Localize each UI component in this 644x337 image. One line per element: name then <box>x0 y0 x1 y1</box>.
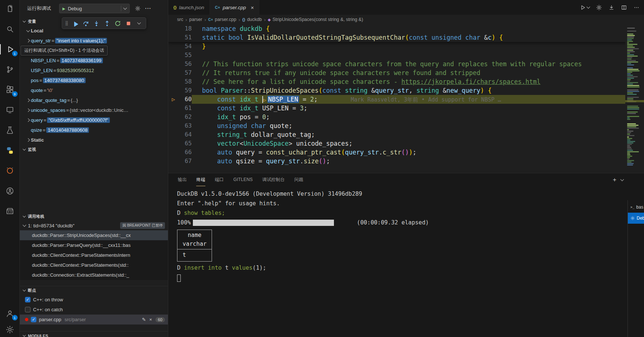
stack-frame[interactable]: duckdb::Connection::ExtractStatements(st… <box>20 270 168 280</box>
activity-explorer-icon[interactable] <box>5 4 15 14</box>
activity-extensions-icon[interactable]: 9 <box>5 85 15 95</box>
more-actions-icon[interactable]: ··· <box>145 6 151 11</box>
panel-tab-0[interactable]: 输出 <box>178 173 187 186</box>
code-line[interactable]: 18namespace duckdb { <box>168 24 644 33</box>
activity-search-icon[interactable] <box>5 24 15 34</box>
activity-liveshare-icon[interactable] <box>5 186 15 196</box>
gutter-glyph-margin[interactable] <box>168 24 179 33</box>
debug-config-dropdown[interactable]: ▶ Debug <box>59 4 130 13</box>
stack-frame[interactable]: duckdb::ClientContext::ParseStatements(s… <box>20 260 168 270</box>
chevron-down-icon[interactable] <box>137 21 141 25</box>
panel-tab-1[interactable]: 终端 <box>196 173 205 186</box>
gutter-glyph-margin[interactable] <box>168 157 179 166</box>
continue-button[interactable] <box>71 18 80 28</box>
code-line[interactable]: 58// See here for a list of unicode spac… <box>168 77 644 86</box>
activity-run-and-debug-icon[interactable]: 1 <box>5 44 15 54</box>
gutter-glyph-margin[interactable] <box>168 104 179 113</box>
more-debug-actions-icon[interactable] <box>134 18 144 28</box>
code-line[interactable]: 61 const idx_t USP_LEN = 3; <box>168 104 644 113</box>
activity-python-icon[interactable] <box>5 145 15 156</box>
open-launch-json-gear-icon[interactable] <box>135 6 141 11</box>
code-content[interactable]: 18namespace duckdb {51static bool IsVali… <box>168 24 644 173</box>
panel-tab-3[interactable]: GITLENS <box>233 173 253 186</box>
activity-remote-explorer-icon[interactable] <box>5 105 15 115</box>
panel-tab-2[interactable]: 端口 <box>215 173 224 186</box>
variable-row[interactable]: unicode_spaces = {std::vector<duckdb::Un… <box>20 105 168 115</box>
activity-manage-gear-icon[interactable] <box>5 324 15 335</box>
code-line[interactable]: 59bool Parser::StripUnicodeSpaces(const … <box>168 86 644 95</box>
gutter-glyph-margin[interactable] <box>168 113 179 121</box>
gutter-glyph-margin[interactable] <box>168 51 179 60</box>
breakpoints-section-header[interactable]: 断点 <box>20 286 168 295</box>
activity-containers-icon[interactable] <box>5 206 15 216</box>
code-editor[interactable]: 18namespace duckdb {51static bool IsVali… <box>168 24 644 173</box>
stack-frame[interactable]: duckdb::Parser::StripUnicodeSpaces(std::… <box>20 230 168 240</box>
settings-gear-icon[interactable] <box>596 4 602 11</box>
code-line[interactable]: ▷60 const idx_t ▷NBSP_LEN = 2;Mark Raasv… <box>168 95 644 104</box>
gutter-glyph-margin[interactable] <box>168 121 179 130</box>
code-line[interactable]: 66 auto query = const_uchar_ptr_cast(que… <box>168 148 644 157</box>
code-line[interactable]: 65 vector<UnicodeSpace> unicode_spaces; <box>168 139 644 148</box>
variable-row[interactable]: qsize = 140140487880608 <box>20 125 168 135</box>
code-line[interactable]: 57// It returns true if any unicode spac… <box>168 68 644 77</box>
modules-section-header[interactable]: MODULES <box>20 331 168 337</box>
code-line[interactable]: 56// This function strips unicode space … <box>168 60 644 68</box>
step-into-button[interactable] <box>92 18 101 28</box>
breakpoint-checkbox[interactable]: ✓ <box>25 297 30 302</box>
editor-tab-parser-cpp[interactable]: C+parser.cpp× <box>210 0 259 15</box>
restart-button[interactable] <box>113 18 123 28</box>
gutter-glyph-margin[interactable] <box>168 86 179 95</box>
code-line[interactable]: 54} <box>168 42 644 51</box>
code-line[interactable]: 62 idx_t pos = 0; <box>168 113 644 121</box>
breadcrumb-item[interactable]: src <box>177 17 183 22</box>
twisty-icon[interactable] <box>25 119 31 121</box>
variable-row[interactable]: USP_LEN = 93825390505312 <box>20 65 168 75</box>
current-line-arrow-icon[interactable]: ▷ <box>168 95 179 104</box>
gutter-glyph-margin[interactable] <box>168 60 179 68</box>
step-out-button[interactable] <box>102 18 112 28</box>
scope-row-static[interactable]: Static <box>20 135 168 145</box>
drag-handle-icon[interactable]: ⣿ <box>64 21 69 26</box>
split-editor-icon[interactable] <box>621 4 627 11</box>
gutter-glyph-margin[interactable] <box>168 33 179 42</box>
terminal-list-item[interactable]: >_bas <box>628 202 644 213</box>
twisty-icon[interactable] <box>25 30 31 32</box>
gutter-glyph-margin[interactable] <box>168 148 179 157</box>
gutter-glyph-margin[interactable] <box>168 77 179 86</box>
thread-row[interactable]: 1: tid=85734 "duckdb" 因 BREAKPOINT 已暂停 <box>20 221 168 230</box>
twisty-icon[interactable] <box>25 139 31 141</box>
breadcrumb-item[interactable]: C+parser.cpp <box>208 17 236 22</box>
variable-row[interactable]: query_str = "insert into t values(1);" <box>20 36 168 46</box>
gutter-glyph-margin[interactable] <box>168 42 179 51</box>
breakpoint-row[interactable]: ✓C++: on throw <box>20 295 168 305</box>
code-line[interactable]: 51static bool IsValidDollarQuotedStringT… <box>168 33 644 42</box>
stack-frame[interactable]: duckdb::ClientContext::ParseStatementsIn… <box>20 250 168 260</box>
callstack-section-header[interactable]: 调用堆栈 <box>20 212 168 221</box>
code-line[interactable]: 64 string_t dollar_quote_tag; <box>168 130 644 139</box>
new-terminal-icon[interactable]: + <box>613 176 616 184</box>
activity-testing-icon[interactable] <box>5 125 15 135</box>
variable-row[interactable]: query = "G\xb5\xff\xff\xff\U0000007f" <box>20 115 168 125</box>
remove-breakpoint-icon[interactable]: × <box>149 317 152 322</box>
panel-tab-4[interactable]: 调试控制台 <box>262 173 285 186</box>
activity-source-control-icon[interactable] <box>5 64 15 75</box>
terminal-output[interactable]: DuckDB v1.5.0-dev1566 (Development Versi… <box>168 186 627 337</box>
stack-frame[interactable]: duckdb::Parser::ParseQuery(std::__cxx11:… <box>20 240 168 250</box>
twisty-icon[interactable] <box>25 109 31 111</box>
panel-tab-5[interactable]: 问题 <box>294 173 303 186</box>
gutter-glyph-margin[interactable] <box>168 139 179 148</box>
breadcrumb-item[interactable]: parser <box>189 17 202 22</box>
minimap[interactable] <box>625 24 644 173</box>
chevron-down-icon[interactable] <box>123 6 127 10</box>
more-actions-icon[interactable] <box>633 4 640 11</box>
run-or-debug-icon[interactable] <box>580 4 590 11</box>
breakpoint-checkbox[interactable]: ✓ <box>31 317 36 322</box>
code-line[interactable]: 55 <box>168 51 644 60</box>
breakpoint-row[interactable]: C++: on catch <box>20 305 168 315</box>
comment-link[interactable]: https://jkorpela.fi/chars/spaces.html <box>401 78 540 85</box>
breadcrumb-item[interactable]: {}duckdb <box>242 17 262 22</box>
breakpoint-checkbox[interactable] <box>25 307 30 312</box>
watch-section-header[interactable]: 监视 <box>20 145 168 154</box>
gutter-glyph-margin[interactable] <box>168 130 179 139</box>
gutter-glyph-margin[interactable] <box>168 68 179 77</box>
